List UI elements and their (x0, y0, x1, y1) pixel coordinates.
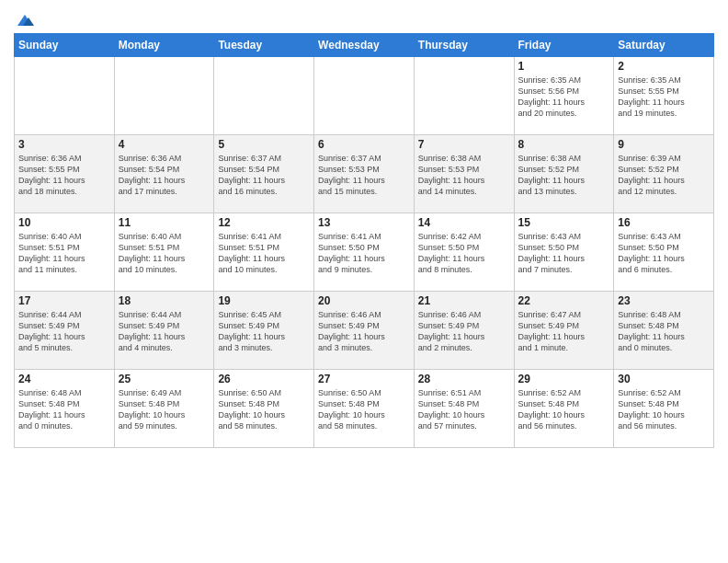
day-number: 18 (119, 294, 210, 307)
day-info: Sunrise: 6:51 AM Sunset: 5:48 PM Dayligh… (418, 387, 510, 432)
day-info: Sunrise: 6:50 AM Sunset: 5:48 PM Dayligh… (318, 387, 410, 432)
calendar-cell (314, 57, 415, 135)
day-number: 27 (318, 373, 410, 385)
day-number: 26 (218, 373, 310, 385)
day-info: Sunrise: 6:36 AM Sunset: 5:55 PM Dayligh… (18, 153, 110, 198)
calendar-cell: 12Sunrise: 6:41 AM Sunset: 5:51 PM Dayli… (214, 213, 314, 292)
day-info: Sunrise: 6:45 AM Sunset: 5:49 PM Dayligh… (218, 309, 310, 354)
calendar-cell: 29Sunrise: 6:52 AM Sunset: 5:48 PM Dayli… (514, 370, 614, 448)
calendar-cell: 22Sunrise: 6:47 AM Sunset: 5:49 PM Dayli… (514, 292, 614, 370)
day-info: Sunrise: 6:37 AM Sunset: 5:54 PM Dayligh… (218, 153, 310, 198)
day-info: Sunrise: 6:41 AM Sunset: 5:51 PM Dayligh… (218, 231, 310, 276)
day-number: 19 (218, 294, 310, 307)
calendar-cell: 4Sunrise: 6:36 AM Sunset: 5:54 PM Daylig… (114, 135, 214, 213)
day-number: 3 (18, 138, 110, 151)
day-info: Sunrise: 6:46 AM Sunset: 5:49 PM Dayligh… (318, 309, 410, 354)
calendar-week-5: 24Sunrise: 6:48 AM Sunset: 5:48 PM Dayli… (15, 370, 714, 448)
day-info: Sunrise: 6:44 AM Sunset: 5:49 PM Dayligh… (119, 309, 210, 354)
calendar-cell: 6Sunrise: 6:37 AM Sunset: 5:53 PM Daylig… (314, 135, 415, 213)
weekday-header-monday: Monday (114, 34, 214, 57)
calendar-cell (214, 57, 314, 135)
calendar-cell: 1Sunrise: 6:35 AM Sunset: 5:56 PM Daylig… (514, 57, 614, 135)
day-number: 7 (418, 138, 510, 151)
calendar-week-1: 1Sunrise: 6:35 AM Sunset: 5:56 PM Daylig… (15, 57, 714, 135)
day-info: Sunrise: 6:43 AM Sunset: 5:50 PM Dayligh… (518, 231, 610, 276)
day-info: Sunrise: 6:35 AM Sunset: 5:56 PM Dayligh… (518, 75, 610, 120)
logo-icon (16, 13, 34, 28)
day-info: Sunrise: 6:39 AM Sunset: 5:52 PM Dayligh… (618, 153, 710, 198)
calendar-cell: 23Sunrise: 6:48 AM Sunset: 5:48 PM Dayli… (614, 292, 714, 370)
weekday-header-thursday: Thursday (414, 34, 514, 57)
day-info: Sunrise: 6:35 AM Sunset: 5:55 PM Dayligh… (618, 75, 710, 120)
day-number: 30 (618, 373, 710, 385)
calendar-table: SundayMondayTuesdayWednesdayThursdayFrid… (14, 33, 714, 448)
calendar-cell: 3Sunrise: 6:36 AM Sunset: 5:55 PM Daylig… (15, 135, 115, 213)
calendar-cell: 19Sunrise: 6:45 AM Sunset: 5:49 PM Dayli… (214, 292, 314, 370)
calendar-cell (414, 57, 514, 135)
day-number: 14 (418, 216, 510, 229)
day-info: Sunrise: 6:43 AM Sunset: 5:50 PM Dayligh… (618, 231, 710, 276)
day-number: 1 (518, 60, 610, 73)
calendar-cell: 14Sunrise: 6:42 AM Sunset: 5:50 PM Dayli… (414, 213, 514, 292)
calendar-body: 1Sunrise: 6:35 AM Sunset: 5:56 PM Daylig… (15, 57, 714, 448)
weekday-header-sunday: Sunday (15, 34, 115, 57)
day-number: 13 (318, 216, 410, 229)
calendar-cell: 11Sunrise: 6:40 AM Sunset: 5:51 PM Dayli… (114, 213, 214, 292)
calendar-week-4: 17Sunrise: 6:44 AM Sunset: 5:49 PM Dayli… (15, 292, 714, 370)
day-number: 16 (618, 216, 710, 229)
calendar-cell: 30Sunrise: 6:52 AM Sunset: 5:48 PM Dayli… (614, 370, 714, 448)
day-info: Sunrise: 6:50 AM Sunset: 5:48 PM Dayligh… (218, 387, 310, 432)
calendar-cell: 24Sunrise: 6:48 AM Sunset: 5:48 PM Dayli… (15, 370, 115, 448)
day-number: 29 (518, 373, 610, 385)
calendar-cell: 26Sunrise: 6:50 AM Sunset: 5:48 PM Dayli… (214, 370, 314, 448)
day-number: 23 (618, 294, 710, 307)
day-info: Sunrise: 6:47 AM Sunset: 5:49 PM Dayligh… (518, 309, 610, 354)
calendar-cell (114, 57, 214, 135)
calendar-cell: 27Sunrise: 6:50 AM Sunset: 5:48 PM Dayli… (314, 370, 415, 448)
calendar-cell: 5Sunrise: 6:37 AM Sunset: 5:54 PM Daylig… (214, 135, 314, 213)
day-info: Sunrise: 6:48 AM Sunset: 5:48 PM Dayligh… (618, 309, 710, 354)
calendar-cell: 17Sunrise: 6:44 AM Sunset: 5:49 PM Dayli… (15, 292, 115, 370)
day-info: Sunrise: 6:48 AM Sunset: 5:48 PM Dayligh… (18, 387, 110, 432)
day-number: 12 (218, 216, 310, 229)
day-number: 17 (18, 294, 110, 307)
weekday-header-tuesday: Tuesday (214, 34, 314, 57)
calendar-cell: 10Sunrise: 6:40 AM Sunset: 5:51 PM Dayli… (15, 213, 115, 292)
day-info: Sunrise: 6:52 AM Sunset: 5:48 PM Dayligh… (618, 387, 710, 432)
day-info: Sunrise: 6:44 AM Sunset: 5:49 PM Dayligh… (18, 309, 110, 354)
day-number: 5 (218, 138, 310, 151)
day-info: Sunrise: 6:49 AM Sunset: 5:48 PM Dayligh… (119, 387, 210, 432)
day-number: 20 (318, 294, 410, 307)
calendar-cell: 2Sunrise: 6:35 AM Sunset: 5:55 PM Daylig… (614, 57, 714, 135)
day-info: Sunrise: 6:38 AM Sunset: 5:52 PM Dayligh… (518, 153, 610, 198)
day-info: Sunrise: 6:41 AM Sunset: 5:50 PM Dayligh… (318, 231, 410, 276)
calendar-header-row: SundayMondayTuesdayWednesdayThursdayFrid… (15, 34, 714, 57)
calendar-cell: 13Sunrise: 6:41 AM Sunset: 5:50 PM Dayli… (314, 213, 415, 292)
calendar-cell: 16Sunrise: 6:43 AM Sunset: 5:50 PM Dayli… (614, 213, 714, 292)
day-number: 6 (318, 138, 410, 151)
calendar-cell: 7Sunrise: 6:38 AM Sunset: 5:53 PM Daylig… (414, 135, 514, 213)
calendar-cell: 18Sunrise: 6:44 AM Sunset: 5:49 PM Dayli… (114, 292, 214, 370)
day-number: 10 (18, 216, 110, 229)
day-number: 8 (518, 138, 610, 151)
calendar-cell: 21Sunrise: 6:46 AM Sunset: 5:49 PM Dayli… (414, 292, 514, 370)
logo (14, 13, 34, 28)
day-info: Sunrise: 6:37 AM Sunset: 5:53 PM Dayligh… (318, 153, 410, 198)
day-number: 21 (418, 294, 510, 307)
day-number: 15 (518, 216, 610, 229)
calendar-cell (15, 57, 115, 135)
calendar-cell: 28Sunrise: 6:51 AM Sunset: 5:48 PM Dayli… (414, 370, 514, 448)
calendar-week-3: 10Sunrise: 6:40 AM Sunset: 5:51 PM Dayli… (15, 213, 714, 292)
day-number: 4 (119, 138, 210, 151)
day-info: Sunrise: 6:40 AM Sunset: 5:51 PM Dayligh… (18, 231, 110, 276)
calendar-cell: 25Sunrise: 6:49 AM Sunset: 5:48 PM Dayli… (114, 370, 214, 448)
day-number: 11 (119, 216, 210, 229)
day-info: Sunrise: 6:42 AM Sunset: 5:50 PM Dayligh… (418, 231, 510, 276)
day-info: Sunrise: 6:38 AM Sunset: 5:53 PM Dayligh… (418, 153, 510, 198)
day-number: 28 (418, 373, 510, 385)
day-number: 9 (618, 138, 710, 151)
weekday-header-wednesday: Wednesday (314, 34, 415, 57)
calendar-cell: 20Sunrise: 6:46 AM Sunset: 5:49 PM Dayli… (314, 292, 415, 370)
weekday-header-saturday: Saturday (614, 34, 714, 57)
day-number: 22 (518, 294, 610, 307)
